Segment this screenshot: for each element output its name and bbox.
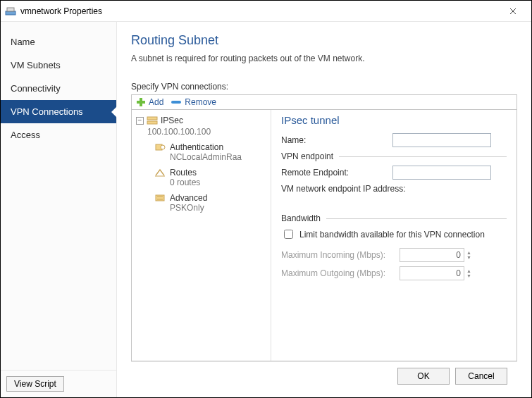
remove-button[interactable]: Remove (171, 97, 216, 107)
routes-icon (154, 168, 166, 178)
sidebar-item-name[interactable]: Name (1, 30, 116, 54)
add-label: Add (149, 97, 163, 107)
connections-tree: − IPSec 100.100.100.100 Authentication N… (132, 110, 271, 361)
limit-bandwidth-checkbox[interactable] (284, 230, 293, 239)
auth-label: Authentication (170, 142, 223, 152)
detail-panel: IPsec tunnel Name: VPN endpoint Remote E… (271, 110, 516, 361)
collapse-icon[interactable]: − (136, 117, 144, 125)
add-button[interactable]: Add (136, 97, 163, 107)
remote-endpoint-label: Remote Endpoint: (281, 168, 387, 178)
view-script-button[interactable]: View Script (6, 376, 64, 392)
max-incoming-input[interactable] (400, 248, 464, 262)
tree-root-ip: 100.100.100.100 (147, 127, 268, 137)
name-label: Name: (281, 135, 387, 145)
advanced-label: Advanced (170, 193, 207, 203)
svg-rect-1 (7, 8, 14, 11)
close-button[interactable] (497, 1, 528, 21)
server-icon (147, 116, 158, 125)
sidebar-item-vpn-connections[interactable]: VPN Connections (1, 100, 116, 123)
name-input[interactable] (392, 133, 491, 147)
svg-rect-10 (156, 195, 164, 201)
dialog-body: Name VM Subnets Connectivity VPN Connect… (1, 22, 531, 397)
limit-bandwidth-label: Limit bandwidth available for this VPN c… (299, 230, 485, 240)
titlebar: vmnetwork Properties (1, 1, 531, 22)
page-title: Routing Subnet (131, 33, 517, 48)
vm-endpoint-ip-label: VM network endpoint IP address: (281, 184, 507, 194)
remove-label: Remove (185, 97, 216, 107)
advanced-value: PSKOnly (170, 203, 268, 213)
main-panel: Routing Subnet A subnet is required for … (117, 22, 531, 397)
max-incoming-spinner[interactable]: ▲▼ (466, 250, 471, 260)
plus-icon (136, 97, 146, 107)
bandwidth-section: Bandwidth (281, 213, 507, 223)
sidebar-item-access[interactable]: Access (1, 123, 116, 147)
window-title: vmnetwork Properties (20, 6, 497, 16)
max-outgoing-input[interactable] (400, 266, 464, 280)
svg-point-8 (161, 145, 165, 149)
tree-node-authentication[interactable]: Authentication NCLocalAdminRaa (154, 142, 268, 162)
routes-value: 0 routes (170, 178, 268, 187)
dialog-footer: OK Cancel (131, 361, 517, 390)
max-outgoing-label: Maximum Outgoing (Mbps): (281, 268, 400, 278)
routes-label: Routes (170, 168, 197, 178)
specify-label: Specify VPN connections: (131, 82, 517, 92)
max-outgoing-spinner[interactable]: ▲▼ (466, 268, 471, 278)
ok-button[interactable]: OK (397, 368, 450, 385)
svg-rect-0 (6, 11, 16, 15)
tree-root-label: IPSec (161, 116, 183, 125)
svg-rect-4 (171, 101, 181, 104)
vpn-endpoint-section: VPN endpoint (281, 151, 507, 161)
svg-rect-6 (147, 121, 157, 124)
svg-rect-3 (137, 101, 145, 104)
tree-node-routes[interactable]: Routes 0 routes (154, 168, 268, 187)
sidebar-item-connectivity[interactable]: Connectivity (1, 77, 116, 100)
svg-rect-5 (147, 117, 157, 120)
page-description: A subnet is required for routing packets… (131, 54, 517, 63)
advanced-icon (154, 193, 166, 203)
auth-value: NCLocalAdminRaa (170, 152, 268, 162)
connections-content: − IPSec 100.100.100.100 Authentication N… (131, 109, 517, 361)
cancel-button[interactable]: Cancel (455, 368, 507, 385)
sidebar-item-vm-subnets[interactable]: VM Subnets (1, 54, 116, 77)
detail-title: IPsec tunnel (281, 114, 507, 126)
app-icon (5, 6, 16, 17)
tree-root-ipsec[interactable]: − IPSec (135, 114, 268, 127)
remote-endpoint-input[interactable] (392, 166, 491, 180)
tree-node-advanced[interactable]: Advanced PSKOnly (154, 193, 268, 213)
auth-icon (154, 142, 166, 152)
max-incoming-label: Maximum Incoming (Mbps): (281, 250, 400, 260)
sidebar: Name VM Subnets Connectivity VPN Connect… (1, 22, 117, 397)
connections-toolbar: Add Remove (131, 94, 517, 109)
minus-icon (171, 99, 182, 106)
